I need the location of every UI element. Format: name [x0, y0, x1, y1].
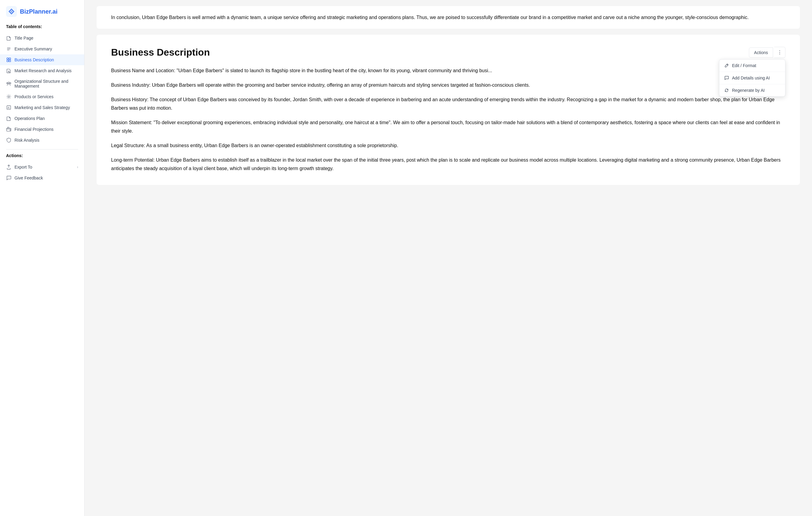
dropdown-item-edit-format[interactable]: Edit / Format [719, 59, 785, 72]
dropdown-item-regenerate-ai[interactable]: Regenerate by AI [719, 84, 785, 97]
svg-rect-7 [7, 60, 8, 62]
actions-button-area: Actions ⋮ Edit / Format [749, 47, 785, 58]
document-search-icon [6, 68, 11, 74]
body-paragraph-6: Long-term Potential: Urban Edge Barbers … [111, 156, 785, 173]
dropdown-item-label: Regenerate by AI [732, 88, 764, 93]
actions-button[interactable]: Actions [749, 48, 773, 58]
body-paragraph-1: Business Name and Location: "Urban Edge … [111, 66, 785, 75]
refresh-icon [724, 88, 729, 93]
sidebar-item-business-description[interactable]: Business Description [0, 54, 84, 65]
svg-rect-1 [10, 10, 13, 13]
wallet-icon [6, 127, 11, 132]
action-item-label: Export To [14, 165, 32, 169]
people-icon [6, 81, 11, 86]
sidebar-item-products-services[interactable]: Products or Services [0, 91, 84, 102]
section-header: Business Description Actions ⋮ Edit / Fo… [111, 47, 785, 58]
feedback-icon [6, 175, 11, 181]
sidebar-item-operations-plan[interactable]: Operations Plan [0, 113, 84, 124]
sidebar-item-label: Operations Plan [14, 116, 45, 121]
list-icon [6, 46, 11, 52]
sidebar-item-label: Financial Projections [14, 127, 53, 132]
svg-point-14 [8, 96, 9, 97]
edit-icon [724, 63, 729, 68]
sidebar-item-label: Market Research and Analysis [14, 68, 71, 73]
sidebar: BizPlanner.ai Table of contents: Title P… [0, 0, 85, 516]
svg-rect-8 [9, 60, 10, 62]
sidebar-item-marketing-sales[interactable]: Marketing and Sales Strategy [0, 102, 84, 113]
svg-point-13 [10, 82, 11, 84]
sidebar-item-label: Title Page [14, 36, 33, 40]
body-paragraph-3: Business History: The concept of Urban E… [111, 96, 785, 112]
sidebar-item-financial-projections[interactable]: Financial Projections [0, 124, 84, 135]
settings-icon [6, 94, 11, 100]
export-icon [6, 164, 11, 170]
main-content: In conclusion, Urban Edge Barbers is wel… [85, 0, 812, 516]
sidebar-item-org-structure[interactable]: Organizational Structure and Management [0, 76, 84, 91]
top-content-section: In conclusion, Urban Edge Barbers is wel… [96, 6, 800, 29]
svg-line-10 [9, 72, 10, 73]
body-paragraph-2: Business Industry: Urban Edge Barbers wi… [111, 81, 785, 89]
conclusion-text: In conclusion, Urban Edge Barbers is wel… [111, 13, 785, 22]
svg-point-20 [10, 130, 10, 131]
chevron-right-icon: › [77, 165, 78, 169]
logo-icon [6, 6, 17, 17]
brand-name: BizPlanner.ai [20, 8, 58, 15]
svg-point-11 [8, 82, 9, 84]
logo-area[interactable]: BizPlanner.ai [0, 6, 84, 24]
sidebar-item-title-page[interactable]: Title Page [0, 33, 84, 44]
sidebar-item-label: Organizational Structure and Management [14, 79, 78, 88]
dropdown-item-label: Add Details using AI [732, 76, 770, 80]
sidebar-item-label: Executive Summary [14, 47, 52, 51]
sidebar-item-label: Marketing and Sales Strategy [14, 105, 70, 110]
actions-dropdown: Edit / Format Add Details using AI [719, 59, 785, 97]
svg-rect-5 [7, 58, 8, 59]
sidebar-item-label: Products or Services [14, 94, 53, 99]
ops-document-icon [6, 116, 11, 121]
sidebar-item-market-research[interactable]: Market Research and Analysis [0, 65, 84, 76]
grid-icon [6, 57, 11, 62]
sidebar-item-risk-analysis[interactable]: Risk Analysis [0, 135, 84, 145]
dropdown-item-label: Edit / Format [732, 63, 756, 68]
section-title: Business Description [111, 47, 210, 58]
action-item-label: Give Feedback [14, 175, 43, 180]
sidebar-divider [6, 149, 78, 150]
actions-more-button[interactable]: ⋮ [774, 47, 785, 58]
svg-point-12 [7, 82, 8, 84]
action-give-feedback[interactable]: Give Feedback [0, 172, 84, 183]
sidebar-actions-label: Actions: [0, 153, 84, 162]
sidebar-item-label: Risk Analysis [14, 138, 39, 143]
shield-icon [6, 137, 11, 143]
business-description-section: Business Description Actions ⋮ Edit / Fo… [96, 35, 800, 185]
svg-point-9 [8, 71, 9, 72]
chat-icon [724, 76, 729, 80]
sidebar-item-label: Business Description [14, 57, 54, 62]
svg-rect-6 [9, 58, 10, 59]
body-paragraph-5: Legal Structure: As a small business ent… [111, 141, 785, 150]
chart-icon [6, 105, 11, 110]
dropdown-item-add-details-ai[interactable]: Add Details using AI [719, 72, 785, 84]
toc-label: Table of contents: [0, 24, 84, 33]
body-paragraph-4: Mission Statement: "To deliver exception… [111, 118, 785, 135]
sidebar-item-executive-summary[interactable]: Executive Summary [0, 44, 84, 54]
document-icon [6, 35, 11, 41]
table-of-contents-nav: Title Page Executive Summary Business De… [0, 33, 84, 145]
action-export-to[interactable]: Export To › [0, 162, 84, 172]
